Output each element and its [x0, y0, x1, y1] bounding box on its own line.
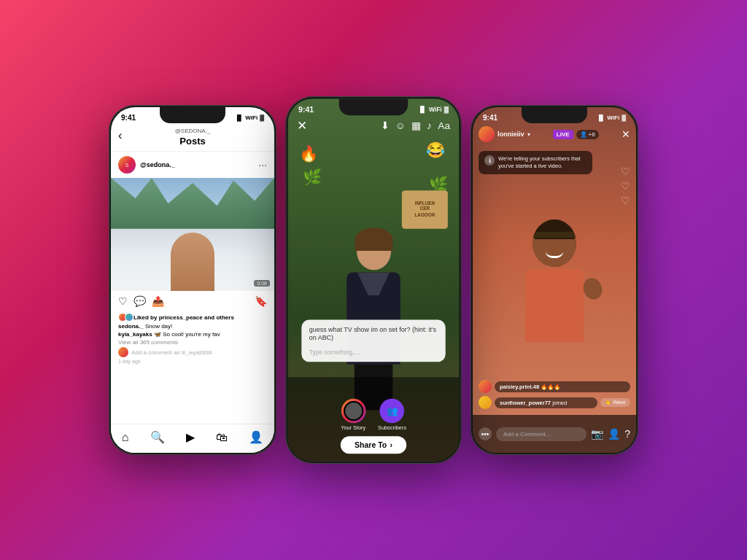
phone2-layout-icon[interactable]: ▦ — [411, 120, 421, 132]
phone3-live-badge: LIVE — [553, 130, 573, 139]
phone1-notch — [160, 107, 225, 123]
phone2-story-circle-inner — [344, 401, 363, 421]
phone1-caption-user[interactable]: sedona._ — [118, 323, 144, 330]
phone2-story-ring — [341, 399, 365, 424]
phone1-liked-avatars — [118, 313, 131, 322]
phone2-share-chevron-icon: › — [390, 441, 392, 450]
phone1-share-button[interactable]: 📤 — [152, 295, 164, 307]
phone1-more-button[interactable]: ··· — [258, 159, 267, 171]
phone3-close-button[interactable]: ✕ — [622, 128, 630, 140]
phone3-user-avatar[interactable] — [479, 126, 495, 142]
phone1-person — [171, 233, 214, 291]
phone1-liked-row: Liked by princess_peace and others — [118, 313, 267, 322]
phone2-subscribers-label: Subscribers — [378, 424, 406, 429]
phone3-heart-icon-3: ♡ — [621, 195, 630, 206]
phone3-comment-bubble-2: sunflower_power77 joined — [495, 397, 597, 408]
phone1-reels-nav[interactable]: ▶ — [186, 430, 195, 444]
phone1-save-button[interactable]: 🔖 — [255, 295, 267, 307]
phone1-comment-placeholder[interactable]: Add a comment as lil_wyatt838 — [131, 349, 212, 356]
phone-3: 9:41 ▐▌ WiFi ▓ — [471, 105, 638, 455]
phone1-photo[interactable]: 0:08 — [111, 178, 274, 291]
phone1-comment-avatar — [118, 347, 128, 357]
phone3-dots-icon: ••• — [481, 430, 489, 438]
phone2-text-icon[interactable]: Aa — [438, 120, 450, 132]
phone3-comment-bubble-1: paisley.print.48 🔥🔥🔥 — [495, 381, 630, 392]
phone1-like-button[interactable]: ♡ — [118, 295, 128, 307]
phone2-person-hair — [355, 228, 392, 252]
phone1-comment1: kyia_kayaks 🦋 So cool! you're my fav — [118, 331, 267, 338]
phone2-close-button[interactable]: ✕ — [297, 118, 307, 133]
phone2-sign-text3: LAGOON — [415, 212, 436, 218]
phone2-sticker-icon[interactable]: ☺ — [395, 120, 406, 132]
phone3-hearts: ♡ ♡ ♡ — [621, 166, 630, 206]
phone1-bottom-nav: ⌂ 🔍 ▶ 🛍 👤 — [111, 424, 274, 453]
phone2-time: 9:41 — [298, 105, 314, 114]
phone3-notification: ℹ We're telling your subscribers that yo… — [479, 151, 592, 174]
phone2-notch — [339, 98, 409, 115]
phone3-wave-button[interactable]: 👋 Wave — [600, 398, 630, 407]
phone2-share-to-button[interactable]: Share To › — [341, 436, 406, 454]
phone1-comment-input-row[interactable]: Add a comment as lil_wyatt838 — [118, 347, 267, 357]
phone3-comment2-user: sunflower_power77 — [500, 400, 551, 406]
phone1-header-title: Posts — [118, 136, 267, 147]
phone2-emoji-fire: 🔥 — [299, 144, 318, 163]
phone2-jacket-collar — [347, 273, 400, 296]
phone1-user-avatar[interactable]: S — [118, 156, 136, 174]
phone3-hat — [535, 219, 575, 239]
phone3-add-person-icon[interactable]: 👤 — [608, 428, 620, 440]
signal-icon-2: ▐▌ — [418, 106, 427, 112]
battery-icon-3: ▓ — [622, 114, 626, 121]
phone3-viewers-icon: 👤 — [580, 131, 587, 138]
phone1-comment1-emoji: 🦋 — [154, 331, 163, 338]
phone3-comment-input[interactable]: Add a Comment... — [496, 427, 587, 441]
phone1-time: 9:41 — [121, 114, 136, 122]
phone1-back-button[interactable]: ‹ — [118, 129, 122, 142]
phone1-shop-nav[interactable]: 🛍 — [216, 431, 228, 444]
phone1-user-row: S @sedona._ ··· — [111, 152, 274, 178]
phone1-liked-text[interactable]: Liked by princess_peace and others — [133, 314, 234, 321]
phone1-screen: ‹ @SEDONA._ Posts S @sedona._ ··· — [111, 107, 274, 453]
phone1-comment1-user[interactable]: kyia_kayaks — [118, 331, 152, 338]
phone1-actions: ♡ 💬 📤 🔖 — [111, 291, 274, 311]
battery-icon: ▓ — [260, 114, 264, 121]
phone1-profile-nav[interactable]: 👤 — [249, 430, 263, 444]
phone-2: 9:41 ▐▌ WiFi ▓ 🔥 😂 🌿 🌿 INFLUEN CER — [285, 96, 462, 464]
phone2-subscribers-option[interactable]: 👥 Subscribers — [378, 399, 406, 430]
phone3-user-info: lonnieiiv ▾ — [479, 126, 530, 142]
phone2-download-icon[interactable]: ⬇ — [381, 120, 390, 132]
phone3-viewers-number: +6 — [589, 131, 595, 138]
phone3-heart-icon-1: ♡ — [621, 166, 630, 177]
phone3-options-button[interactable]: ••• — [479, 427, 492, 440]
phone1-trees — [111, 178, 274, 229]
phone2-music-icon[interactable]: ♪ — [427, 120, 432, 132]
phone2-share-to-label: Share To — [355, 441, 387, 450]
wifi-icon: WiFi — [245, 114, 258, 121]
phone2-subscribers-circle: 👥 — [380, 399, 405, 424]
phone2-emoji-left: 🌿 — [303, 168, 322, 186]
phone1-search-nav[interactable]: 🔍 — [150, 430, 165, 444]
phone1-left-actions: ♡ 💬 📤 — [118, 295, 164, 307]
phone1-home-nav[interactable]: ⌂ — [122, 431, 129, 444]
phone3-hat-brim — [533, 232, 576, 238]
phone3-info-icon: ℹ — [484, 155, 495, 166]
phone3-username[interactable]: lonnieiiv — [498, 131, 525, 138]
phone3-shirt — [525, 269, 584, 342]
phone1-username[interactable]: @sedona._ — [140, 161, 175, 168]
phone2-answer-input[interactable]: Type something..... — [309, 345, 438, 356]
phone2-sign-text1: INFLUEN — [415, 201, 435, 207]
phone3-camera-icon[interactable]: 📷 — [591, 428, 603, 440]
phone2-question-text: guess what TV show im on set for? (hint:… — [309, 326, 438, 341]
phone1-video-timer: 0:08 — [254, 280, 270, 287]
phone3-screen: lonnieiiv ▾ LIVE 👤 +6 ✕ ℹ We'r — [473, 107, 636, 453]
phone3-bottom-icons: 📷 👤 ? — [591, 428, 630, 440]
phone3-comments: paisley.print.48 🔥🔥🔥 sunflower_power77 j… — [479, 380, 630, 409]
phone1-view-comments[interactable]: View all 365 comments — [118, 339, 267, 346]
phone1-caption-area: Liked by princess_peace and others sedon… — [111, 311, 274, 367]
phone3-question-icon[interactable]: ? — [624, 428, 630, 440]
phone2-your-story-option[interactable]: Your Story — [341, 399, 365, 430]
liked-avatar-2 — [125, 313, 133, 322]
phone2-status-icons: ▐▌ WiFi ▓ — [418, 106, 449, 112]
phone-1: 9:41 ▐▌ WiFi ▓ ‹ @SEDONA._ Posts — [109, 105, 276, 455]
phone3-notification-text: We're telling your subscribers that you'… — [498, 155, 587, 170]
phone1-comment-button[interactable]: 💬 — [133, 295, 146, 307]
